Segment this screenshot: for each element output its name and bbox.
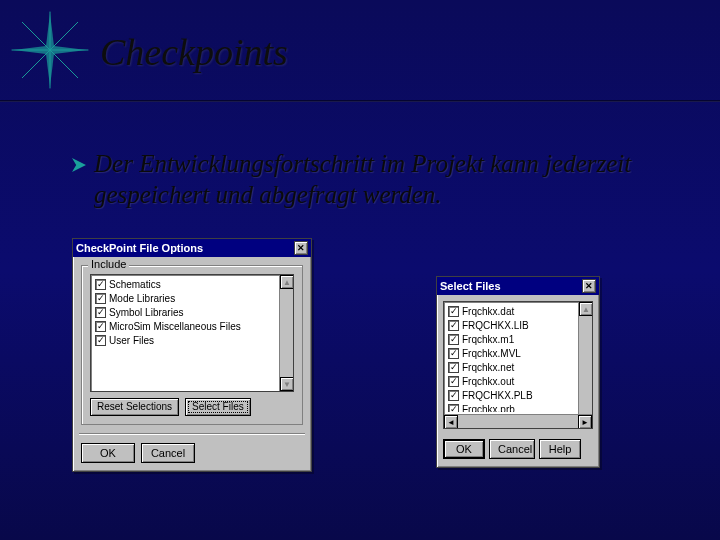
vertical-scrollbar[interactable]: ▲ ▼ <box>578 302 592 428</box>
slide-title: Checkpoints <box>100 30 288 74</box>
dialog-title: Select Files <box>440 280 501 292</box>
list-item[interactable]: ✓FRQCHKX.PLB <box>446 388 576 402</box>
list-item-label: Frqchkx.net <box>462 362 514 373</box>
select-files-button[interactable]: Select Files <box>185 398 251 416</box>
cancel-button[interactable]: Cancel <box>489 439 535 459</box>
horizontal-scrollbar[interactable]: ◄ ► <box>444 414 592 428</box>
checkbox-icon[interactable]: ✓ <box>95 335 106 346</box>
files-listbox[interactable]: ✓Frqchkx.dat✓FRQCHKX.LIB✓Frqchkx.m1✓Frqc… <box>443 301 593 429</box>
checkbox-icon[interactable]: ✓ <box>448 362 459 373</box>
list-item[interactable]: ✓Frqchkx.MVL <box>446 346 576 360</box>
list-item[interactable]: ✓FRQCHKX.LIB <box>446 318 576 332</box>
scroll-up-icon[interactable]: ▲ <box>579 302 593 316</box>
close-icon[interactable]: ✕ <box>294 241 308 255</box>
ok-button[interactable]: OK <box>81 443 135 463</box>
list-item-label: Frqchkx.MVL <box>462 348 521 359</box>
list-item-label: Frqchkx.out <box>462 376 514 387</box>
ok-button[interactable]: OK <box>443 439 485 459</box>
list-item-label: User Files <box>109 335 154 346</box>
select-files-dialog: Select Files ✕ ✓Frqchkx.dat✓FRQCHKX.LIB✓… <box>436 276 600 468</box>
separator <box>79 433 305 435</box>
checkbox-icon[interactable]: ✓ <box>448 404 459 413</box>
checkbox-icon[interactable]: ✓ <box>448 306 459 317</box>
list-item[interactable]: ✓Frqchkx.m1 <box>446 332 576 346</box>
group-label: Include <box>88 258 129 270</box>
scroll-right-icon[interactable]: ► <box>578 415 592 429</box>
bullet-text: Der Entwicklungsfortschritt im Projekt k… <box>94 148 652 211</box>
list-item-label: MicroSim Miscellaneous Files <box>109 321 241 332</box>
list-item-label: Symbol Libraries <box>109 307 183 318</box>
checkbox-icon[interactable]: ✓ <box>95 307 106 318</box>
checkbox-icon[interactable]: ✓ <box>448 348 459 359</box>
include-group: Include ✓Schematics✓Mode Libraries✓Symbo… <box>81 265 303 425</box>
scroll-up-icon[interactable]: ▲ <box>280 275 294 289</box>
list-item[interactable]: ✓Frqchkx.net <box>446 360 576 374</box>
list-item-label: FRQCHKX.LIB <box>462 320 529 331</box>
list-item[interactable]: ✓Frqchkx.prb <box>446 402 576 412</box>
checkbox-icon[interactable]: ✓ <box>95 321 106 332</box>
help-button[interactable]: Help <box>539 439 581 459</box>
checkbox-icon[interactable]: ✓ <box>448 390 459 401</box>
checkbox-icon[interactable]: ✓ <box>95 279 106 290</box>
reset-selections-button[interactable]: Reset Selections <box>90 398 179 416</box>
checkbox-icon[interactable]: ✓ <box>448 334 459 345</box>
list-item[interactable]: ✓Mode Libraries <box>93 291 277 305</box>
horizontal-rule <box>0 100 720 102</box>
checkbox-icon[interactable]: ✓ <box>448 320 459 331</box>
scroll-left-icon[interactable]: ◄ <box>444 415 458 429</box>
dialog-titlebar[interactable]: Select Files ✕ <box>437 277 599 295</box>
list-item-label: Frqchkx.m1 <box>462 334 514 345</box>
scroll-down-icon[interactable]: ▼ <box>280 377 294 391</box>
dialog-title: CheckPoint File Options <box>76 242 203 254</box>
list-item[interactable]: ✓User Files <box>93 333 277 347</box>
list-item[interactable]: ✓Frqchkx.dat <box>446 304 576 318</box>
list-item[interactable]: ✓Frqchkx.out <box>446 374 576 388</box>
list-item-label: Frqchkx.prb <box>462 404 515 413</box>
list-item-label: Mode Libraries <box>109 293 175 304</box>
include-listbox[interactable]: ✓Schematics✓Mode Libraries✓Symbol Librar… <box>90 274 294 392</box>
list-item[interactable]: ✓Schematics <box>93 277 277 291</box>
checkpoint-options-dialog: CheckPoint File Options ✕ Include ✓Schem… <box>72 238 312 472</box>
arrow-bullet-icon <box>72 158 86 172</box>
list-item-label: Schematics <box>109 279 161 290</box>
checkbox-icon[interactable]: ✓ <box>95 293 106 304</box>
cancel-button[interactable]: Cancel <box>141 443 195 463</box>
checkbox-icon[interactable]: ✓ <box>448 376 459 387</box>
star-icon <box>10 10 90 90</box>
list-item-label: Frqchkx.dat <box>462 306 514 317</box>
list-item-label: FRQCHKX.PLB <box>462 390 533 401</box>
list-item[interactable]: ✓Symbol Libraries <box>93 305 277 319</box>
bullet-row: Der Entwicklungsfortschritt im Projekt k… <box>72 148 652 211</box>
list-item[interactable]: ✓MicroSim Miscellaneous Files <box>93 319 277 333</box>
dialog-titlebar[interactable]: CheckPoint File Options ✕ <box>73 239 311 257</box>
vertical-scrollbar[interactable]: ▲ ▼ <box>279 275 293 391</box>
close-icon[interactable]: ✕ <box>582 279 596 293</box>
